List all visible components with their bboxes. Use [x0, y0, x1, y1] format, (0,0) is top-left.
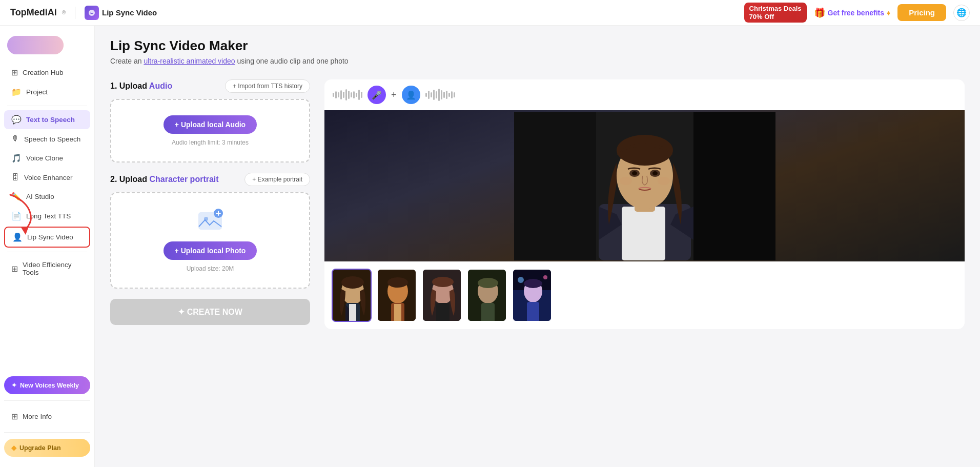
- sidebar-item-more-info[interactable]: ⊞ More Info: [4, 407, 90, 426]
- portrait-section-label: 2. Upload Character portrait + Example p…: [110, 173, 310, 186]
- sidebar: ⊞ Creation Hub 📁 Project 💬 Text to Speec…: [0, 26, 95, 467]
- sidebar-item-video-efficiency[interactable]: ⊞ Video Efficiency Tools: [4, 256, 90, 281]
- upload-audio-button[interactable]: + Upload local Audio: [164, 115, 257, 134]
- wave-bar: [454, 92, 455, 97]
- wave-bar: [448, 93, 450, 97]
- sidebar-item-text-to-speech[interactable]: 💬 Text to Speech: [4, 110, 90, 129]
- microphone-icon: 🎤: [368, 86, 386, 104]
- header: TopMediAi ® Lip Sync Video Christmas Dea…: [0, 0, 980, 26]
- sidebar-item-speech-to-speech[interactable]: 🎙 Speech to Speech: [4, 130, 90, 148]
- thin-divider-2: [4, 432, 90, 433]
- header-left: TopMediAi ® Lip Sync Video: [10, 6, 157, 20]
- christmas-deals-badge[interactable]: Christmas Deals 70% Off: [744, 3, 807, 23]
- content-area: Lip Sync Video Maker Create an ultra-rea…: [95, 26, 980, 467]
- sidebar-user: [0, 31, 94, 62]
- sidebar-nav: ⊞ Creation Hub 📁 Project 💬 Text to Speec…: [0, 62, 94, 282]
- wave-bar: [358, 90, 360, 100]
- page-title: Lip Sync Video Maker: [110, 38, 965, 54]
- sidebar-item-label: Video Efficiency Tools: [23, 261, 83, 276]
- wave-bar: [348, 91, 350, 99]
- thumbnail-2[interactable]: [377, 269, 417, 322]
- wave-bar: [433, 90, 435, 100]
- wave-bar: [340, 90, 342, 99]
- thumbnail-row: [324, 261, 965, 329]
- thin-divider: [4, 400, 90, 401]
- tts-icon: 💬: [11, 115, 22, 125]
- sidebar-item-voice-enhancer[interactable]: 🎛 Voice Enhancer: [4, 168, 90, 187]
- subtitle-highlight: ultra-realistic animated video: [144, 57, 235, 65]
- page-header-label: Lip Sync Video: [102, 8, 157, 17]
- free-benefits-button[interactable]: 🎁 Get free benefits ♦: [814, 7, 891, 18]
- photo-hint: Upload size: 20M: [187, 265, 234, 272]
- audio-upload-box[interactable]: + Upload local Audio Audio length limit:…: [110, 99, 310, 163]
- thumb-image-4: [468, 270, 506, 321]
- sidebar-bottom: ✦ New Voices Weekly ⊞ More Info ◆ Upgrad…: [0, 371, 94, 462]
- sidebar-item-lip-sync-video[interactable]: 👤 Lip Sync Video: [4, 227, 90, 248]
- wave-bar: [428, 91, 430, 99]
- person-icon: 👤: [402, 86, 420, 104]
- new-voices-label: New Voices Weekly: [20, 382, 79, 389]
- sidebar-divider-2: [7, 252, 87, 252]
- wave-bar: [361, 92, 362, 98]
- pricing-button[interactable]: Pricing: [897, 4, 946, 21]
- thumbnail-3[interactable]: [422, 269, 462, 322]
- sparkle-icon: ✦: [11, 381, 17, 389]
- thumb-image-1: [333, 270, 371, 321]
- thumbnail-1[interactable]: [332, 269, 372, 322]
- more-info-label: More Info: [23, 413, 52, 420]
- wave-bar: [451, 91, 453, 98]
- svg-point-35: [478, 278, 498, 288]
- header-page-title: Lip Sync Video: [85, 6, 157, 20]
- wave-bar: [343, 92, 344, 98]
- thumbnail-4[interactable]: [467, 269, 507, 322]
- sidebar-item-label: Long Text TTS: [26, 212, 71, 220]
- page-subtitle: Create an ultra-realistic animated video…: [110, 57, 965, 65]
- svg-rect-9: [622, 207, 665, 260]
- thumb-image-3: [423, 270, 461, 321]
- wave-bar: [356, 93, 357, 97]
- ai-studio-icon: ✏️: [11, 192, 22, 201]
- import-tts-button[interactable]: + Import from TTS history: [225, 79, 310, 93]
- sidebar-item-label: Project: [26, 88, 48, 96]
- sidebar-item-label: AI Studio: [26, 193, 54, 200]
- upload-photo-button[interactable]: + Upload local Photo: [164, 241, 257, 260]
- wave-bar: [338, 92, 339, 97]
- sidebar-item-label: Text to Speech: [26, 116, 75, 124]
- logo: TopMediAi: [10, 7, 57, 18]
- upgrade-button[interactable]: ◆ Upgrade Plan: [4, 439, 90, 457]
- lip-sync-nav-icon: 👤: [12, 232, 23, 242]
- wave-bar: [345, 89, 347, 100]
- right-column: 🎤 + 👤: [324, 79, 965, 329]
- svg-rect-23: [349, 304, 356, 321]
- wave-bar: [335, 91, 337, 98]
- svg-point-15: [632, 171, 637, 175]
- wave-bars-left: [333, 89, 362, 100]
- svg-point-0: [89, 10, 95, 16]
- create-now-button[interactable]: ✦ CREATE NOW: [110, 299, 310, 325]
- lip-sync-icon: [85, 6, 99, 20]
- preview-panel: 🎤 + 👤: [324, 79, 965, 329]
- portrait-upload-box[interactable]: + Upload local Photo Upload size: 20M: [110, 192, 310, 289]
- sidebar-item-creation-hub[interactable]: ⊞ Creation Hub: [4, 63, 90, 82]
- photo-upload-icon: [197, 209, 223, 236]
- sidebar-item-long-text-tts[interactable]: 📄 Long Text TTS: [4, 207, 90, 226]
- sidebar-item-voice-clone[interactable]: 🎵 Voice Clone: [4, 149, 90, 168]
- svg-point-17: [620, 177, 632, 185]
- user-avatar-image: [7, 36, 64, 54]
- svg-point-40: [524, 279, 542, 288]
- example-portrait-button[interactable]: + Example portrait: [244, 173, 310, 186]
- free-benefits-label: Get free benefits: [828, 9, 884, 17]
- sidebar-item-project[interactable]: 📁 Project: [4, 83, 90, 101]
- thumbnail-5[interactable]: [512, 269, 552, 322]
- svg-rect-36: [481, 303, 495, 322]
- portrait-upload-section: 2. Upload Character portrait + Example p…: [110, 173, 310, 289]
- wave-bar: [441, 90, 442, 99]
- wave-bar: [431, 92, 432, 97]
- sidebar-item-label: Creation Hub: [23, 69, 64, 76]
- plus-separator: +: [391, 90, 397, 100]
- sidebar-divider-1: [7, 106, 87, 106]
- language-button[interactable]: 🌐: [953, 5, 970, 21]
- waveform-bar: 🎤 + 👤: [324, 79, 965, 110]
- new-voices-button[interactable]: ✦ New Voices Weekly: [4, 376, 90, 394]
- sidebar-item-ai-studio[interactable]: ✏️ AI Studio: [4, 187, 90, 206]
